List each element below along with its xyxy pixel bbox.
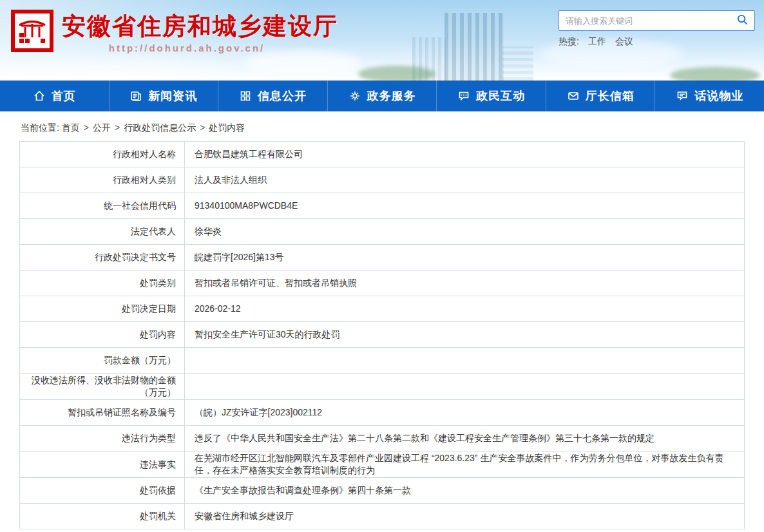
greenery-decoration [670, 67, 760, 81]
field-value: （皖）JZ安许证字[2023]002112 [185, 400, 745, 426]
field-label: 处罚机关 [20, 504, 185, 529]
nav-item-news[interactable]: 新闻资讯 [109, 81, 218, 111]
nav-item-home[interactable]: 首页 [0, 81, 109, 111]
hot-search-link[interactable]: 会议 [615, 36, 633, 46]
field-value: 91340100MA8PWCDB4E [185, 193, 745, 219]
field-value [185, 374, 745, 400]
cloud-decoration [245, 50, 361, 76]
search-button[interactable] [730, 11, 754, 30]
table-row: 没收违法所得、没收非法财物的金额（万元） [20, 374, 745, 400]
nav-item-services[interactable]: 政务服务 [327, 81, 437, 111]
breadcrumb-link-public[interactable]: 公开 [93, 122, 111, 133]
field-label: 违法行为类型 [20, 426, 185, 451]
field-label: 行政相对人名称 [20, 142, 185, 167]
hot-search-label: 热搜: [559, 36, 579, 46]
breadcrumb-separator: > [115, 122, 120, 133]
table-row: 处罚内容 暂扣安全生产许可证30天的行政处罚 [20, 322, 745, 348]
field-label: 处罚依据 [20, 478, 185, 504]
site-title: 安徽省住房和城乡建设厅 [62, 10, 338, 43]
field-label: 没收违法所得、没收非法财物的金额（万元） [20, 374, 185, 400]
nav-item-mailbox[interactable]: 厅长信箱 [546, 81, 655, 111]
news-icon [129, 90, 142, 102]
table-row: 行政相对人名称 合肥钦昌建筑工程有限公司 [20, 142, 745, 167]
field-label: 统一社会信用代码 [20, 193, 185, 219]
site-url: http://dohurd.ah.gov.cn/ [71, 43, 303, 53]
field-value: 安徽省住房和城乡建设厅 [185, 504, 745, 529]
breadcrumb-label: 当前位置: [21, 122, 59, 133]
grid-icon [239, 90, 252, 102]
field-value [185, 348, 745, 374]
field-label: 暂扣或吊销证照名称及编号 [20, 400, 185, 426]
chat-icon [457, 90, 470, 102]
field-label: 违法事实 [20, 451, 185, 478]
table-row: 法定代表人 徐华炎 [20, 219, 745, 245]
speech-icon [676, 90, 689, 102]
field-value: 《生产安全事故报告和调查处理条例》第四十条第一款 [185, 478, 745, 504]
site-logo[interactable] [10, 9, 54, 53]
nav-item-label: 新闻资讯 [148, 88, 197, 104]
table-row: 违法行为类型 违反了《中华人民共和国安全生产法》第二十八条第二款和《建设工程安全… [20, 426, 745, 451]
table-row: 行政相对人类别 法人及非法人组织 [20, 167, 745, 193]
search-icon [736, 14, 749, 28]
table-row: 罚款金额（万元） [20, 348, 745, 374]
table-row: 行政处罚决定书文号 皖建罚字[2026]第13号 [20, 245, 745, 271]
table-row: 违法事实 在芜湖市经开区江北智能网联汽车及零部件产业园建设工程 “2023.6.… [20, 451, 745, 478]
nav-item-label: 话说物业 [694, 88, 743, 104]
table-row: 统一社会信用代码 91340100MA8PWCDB4E [20, 193, 745, 219]
penalty-detail-table: 行政相对人名称 合肥钦昌建筑工程有限公司 行政相对人类别 法人及非法人组织 统一… [19, 141, 745, 529]
field-label: 罚款金额（万元） [20, 348, 185, 374]
main-nav: 首页 新闻资讯 信息公开 政务服务 [0, 81, 764, 111]
nav-item-label: 厅长信箱 [586, 88, 635, 104]
breadcrumb-separator: > [84, 122, 89, 133]
hot-search: 热搜:工作会议 [559, 36, 755, 48]
breadcrumb-current: 处罚内容 [209, 122, 245, 133]
nav-item-label: 政民互动 [476, 88, 525, 104]
table-row: 处罚依据 《生产安全事故报告和调查处理条例》第四十条第一款 [20, 478, 745, 504]
search-box [559, 10, 755, 31]
nav-item-property-talk[interactable]: 话说物业 [654, 81, 764, 111]
field-label: 处罚决定日期 [20, 296, 185, 322]
building-image [502, 46, 533, 81]
table-row: 处罚决定日期 2026-02-12 [20, 296, 745, 322]
field-value: 2026-02-12 [185, 296, 745, 322]
greenery-decoration [358, 66, 435, 81]
nav-item-interaction[interactable]: 政民互动 [436, 81, 546, 111]
field-value: 暂扣或者吊销许可证、暂扣或者吊销执照 [185, 271, 745, 296]
field-value: 徐华炎 [185, 219, 745, 245]
nav-item-label: 信息公开 [258, 88, 307, 104]
nav-item-info-disclosure[interactable]: 信息公开 [218, 81, 327, 111]
field-value: 在芜湖市经开区江北智能网联汽车及零部件产业园建设工程 “2023.6.23” 生… [185, 451, 745, 478]
table-row: 处罚机关 安徽省住房和城乡建设厅 [20, 504, 745, 529]
field-label: 行政相对人类别 [20, 167, 185, 193]
mail-icon [567, 90, 580, 102]
table-row: 暂扣或吊销证照名称及编号 （皖）JZ安许证字[2023]002112 [20, 400, 745, 426]
field-label: 处罚内容 [20, 322, 185, 348]
field-value: 违反了《中华人民共和国安全生产法》第二十八条第二款和《建设工程安全生产管理条例》… [185, 426, 745, 451]
field-value: 皖建罚字[2026]第13号 [185, 245, 745, 271]
field-value: 暂扣安全生产许可证30天的行政处罚 [185, 322, 745, 348]
nav-item-label: 首页 [52, 88, 76, 104]
building-image [444, 13, 504, 81]
hot-search-link[interactable]: 工作 [588, 36, 606, 46]
breadcrumb-link-home[interactable]: 首页 [62, 122, 80, 133]
field-label: 行政处罚决定书文号 [20, 245, 185, 271]
breadcrumb-separator: > [200, 122, 205, 133]
site-header: 安徽省住房和城乡建设厅 http://dohurd.ah.gov.cn/ 热搜:… [0, 0, 764, 81]
field-value: 合肥钦昌建筑工程有限公司 [185, 142, 745, 167]
breadcrumb-link-penalty-list[interactable]: 行政处罚信息公示 [124, 122, 196, 133]
field-label: 法定代表人 [20, 219, 185, 245]
search-input[interactable] [559, 12, 730, 30]
table-row: 处罚类别 暂扣或者吊销许可证、暂扣或者吊销执照 [20, 271, 745, 296]
field-value: 法人及非法人组织 [185, 167, 745, 193]
breadcrumb: 当前位置: 首页>公开>行政处罚信息公示>处罚内容 [21, 122, 743, 134]
gear-icon [349, 90, 361, 102]
home-icon [33, 90, 46, 102]
field-label: 处罚类别 [20, 271, 185, 296]
nav-item-label: 政务服务 [367, 88, 416, 104]
